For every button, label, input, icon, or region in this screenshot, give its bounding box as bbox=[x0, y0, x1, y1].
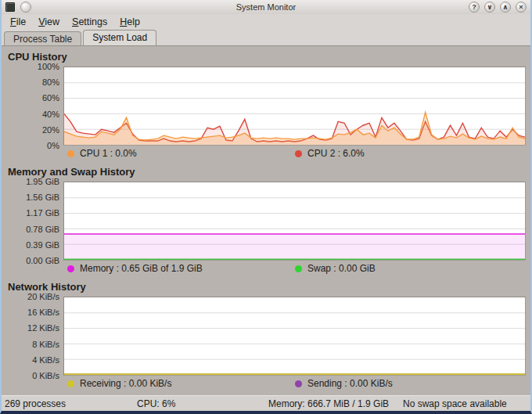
maximize-button[interactable]: ∧ bbox=[500, 2, 511, 13]
section-title-memory: Memory and Swap History bbox=[2, 166, 530, 178]
axis-tick-label: 0.78 GiB bbox=[26, 225, 59, 234]
legend-item-sending: Sending : 0.00 KiB/s bbox=[295, 378, 393, 389]
shade-button[interactable]: ∨ bbox=[484, 2, 495, 13]
axis-tick-label: 20% bbox=[42, 125, 59, 135]
cpu2-legend-label: CPU 2 : 6.0% bbox=[307, 148, 365, 159]
legend-item-swap: Swap : 0.00 GiB bbox=[295, 263, 376, 274]
tab-system-load[interactable]: System Load bbox=[83, 30, 156, 45]
receiving-legend-label: Receiving : 0.00 KiB/s bbox=[80, 378, 171, 389]
window-title: System Monitor bbox=[2, 2, 530, 12]
swap-legend-label: Swap : 0.00 GiB bbox=[307, 263, 376, 274]
titlebar[interactable]: System Monitor ? ∨ ∧ × bbox=[2, 0, 530, 14]
cpu1-color-dot bbox=[67, 150, 74, 157]
menu-item-settings[interactable]: Settings bbox=[66, 15, 113, 29]
menu-item-help[interactable]: Help bbox=[113, 15, 146, 29]
system-load-page: CPU History 100%80%60%40%20%0% CPU 1 : 0… bbox=[2, 46, 530, 395]
axis-tick-label: 80% bbox=[42, 77, 59, 87]
system-monitor-window: System Monitor ? ∨ ∧ × File View Setting… bbox=[0, 0, 532, 414]
cpu-chart-canvas bbox=[64, 67, 525, 145]
axis-tick-label: 0.39 GiB bbox=[26, 240, 59, 250]
status-swap: No swap space available bbox=[403, 398, 507, 409]
axis-tick-label: 40% bbox=[42, 110, 59, 119]
menu-item-file[interactable]: File bbox=[4, 15, 32, 29]
status-cpu: CPU: 6% bbox=[137, 398, 175, 409]
sending-color-dot bbox=[295, 380, 302, 387]
network-history-chart bbox=[63, 297, 526, 376]
memory-color-dot bbox=[67, 265, 74, 272]
cpu-history-chart bbox=[63, 67, 526, 146]
legend-item-cpu1: CPU 1 : 0.0% bbox=[67, 148, 137, 159]
memory-swap-section: Memory and Swap History 1.95 GiB1.56 GiB… bbox=[2, 166, 530, 276]
axis-tick-label: 4 KiB/s bbox=[32, 355, 59, 365]
tab-process-table[interactable]: Process Table bbox=[4, 31, 81, 45]
section-title-network: Network History bbox=[2, 281, 530, 293]
cpu-y-axis: 100%80%60%40%20%0% bbox=[2, 67, 63, 146]
cpu1-legend-label: CPU 1 : 0.0% bbox=[80, 148, 137, 159]
memory-legend-label: Memory : 0.65 GiB of 1.9 GiB bbox=[80, 263, 203, 274]
network-legend: Receiving : 0.00 KiB/s Sending : 0.00 Ki… bbox=[2, 376, 530, 391]
close-button[interactable]: × bbox=[516, 2, 527, 13]
network-history-section: Network History 20 KiB/s16 KiB/s12 KiB/s… bbox=[2, 281, 530, 391]
status-processes: 269 processes bbox=[5, 398, 66, 409]
network-y-axis: 20 KiB/s16 KiB/s12 KiB/s8 KiB/s4 KiB/s0 … bbox=[2, 297, 63, 376]
tabbar: Process Table System Load bbox=[2, 30, 530, 46]
swap-color-dot bbox=[295, 265, 302, 272]
axis-tick-label: 1.56 GiB bbox=[26, 193, 59, 202]
menu-item-view[interactable]: View bbox=[32, 15, 66, 29]
axis-tick-label: 1.17 GiB bbox=[26, 208, 59, 218]
axis-tick-label: 1.95 GiB bbox=[26, 177, 59, 186]
axis-tick-label: 16 KiB/s bbox=[27, 308, 59, 317]
memory-swap-chart bbox=[63, 182, 526, 261]
axis-tick-label: 20 KiB/s bbox=[27, 292, 59, 301]
axis-tick-label: 100% bbox=[38, 62, 59, 71]
statusbar: 269 processes CPU: 6% Memory: 666.7 MiB … bbox=[2, 395, 530, 411]
legend-item-memory: Memory : 0.65 GiB of 1.9 GiB bbox=[67, 263, 203, 274]
memory-y-axis: 1.95 GiB1.56 GiB1.17 GiB0.78 GiB0.39 GiB… bbox=[2, 182, 63, 261]
network-chart-canvas bbox=[64, 297, 525, 375]
axis-tick-label: 12 KiB/s bbox=[27, 323, 59, 333]
legend-item-receiving: Receiving : 0.00 KiB/s bbox=[67, 378, 171, 389]
axis-tick-label: 60% bbox=[42, 93, 59, 103]
cpu-legend: CPU 1 : 0.0% CPU 2 : 6.0% bbox=[2, 146, 530, 161]
menubar: File View Settings Help bbox=[2, 14, 530, 30]
cpu-history-section: CPU History 100%80%60%40%20%0% CPU 1 : 0… bbox=[2, 51, 530, 161]
receiving-color-dot bbox=[67, 380, 74, 387]
status-memory: Memory: 666.7 MiB / 1.9 GiB bbox=[268, 398, 389, 409]
axis-tick-label: 8 KiB/s bbox=[32, 340, 59, 349]
legend-item-cpu2: CPU 2 : 6.0% bbox=[295, 148, 365, 159]
cpu2-color-dot bbox=[295, 150, 302, 157]
memory-chart-canvas bbox=[64, 182, 525, 260]
section-title-cpu: CPU History bbox=[2, 51, 530, 63]
help-button[interactable]: ? bbox=[469, 2, 480, 13]
sending-legend-label: Sending : 0.00 KiB/s bbox=[307, 378, 393, 389]
memory-legend: Memory : 0.65 GiB of 1.9 GiB Swap : 0.00… bbox=[2, 261, 530, 276]
